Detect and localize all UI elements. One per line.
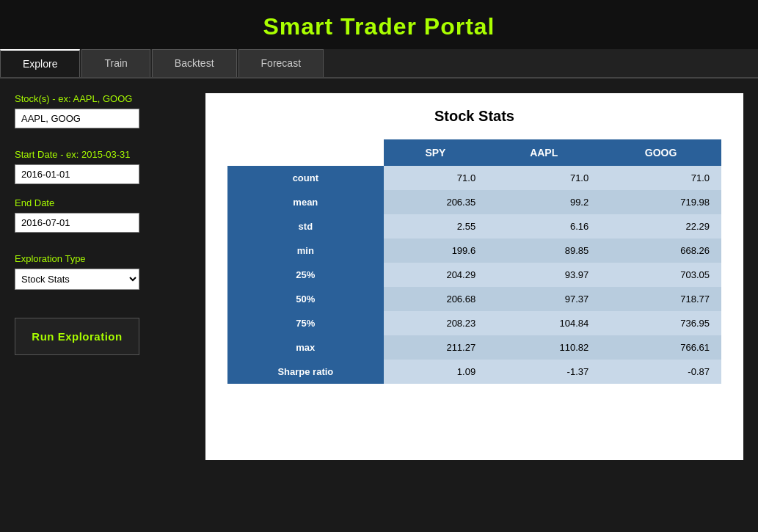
table-row: Sharpe ratio1.09-1.37-0.87 (227, 360, 721, 384)
col-header-spy: SPY (384, 139, 488, 166)
col-header-goog: GOOG (600, 139, 721, 166)
start-date-field-group: Start Date - ex: 2015-03-31 (15, 149, 191, 184)
row-label: count (227, 166, 384, 190)
row-value: 668.26 (600, 238, 721, 263)
row-value: 1.09 (384, 360, 488, 384)
row-value: 766.61 (600, 335, 721, 360)
row-value: 703.05 (600, 263, 721, 287)
stocks-input[interactable] (15, 109, 139, 128)
row-label: Sharpe ratio (227, 360, 384, 384)
row-label: min (227, 238, 384, 263)
row-label: 25% (227, 263, 384, 287)
nav-bar: Explore Train Backtest Forecast (0, 49, 758, 79)
row-label: 50% (227, 287, 384, 311)
row-value: 93.97 (487, 263, 600, 287)
row-value: 99.2 (487, 190, 600, 214)
table-row: 75%208.23104.84736.95 (227, 311, 721, 335)
row-value: 22.29 (600, 214, 721, 238)
stats-table: SPY AAPL GOOG count71.071.071.0mean206.3… (227, 139, 721, 384)
row-value: 71.0 (487, 166, 600, 190)
row-value: 104.84 (487, 311, 600, 335)
col-header-aapl: AAPL (487, 139, 600, 166)
app-title: Smart Trader Portal (0, 13, 758, 40)
main-content: Stock(s) - ex: AAPL, GOOG Start Date - e… (0, 79, 758, 475)
row-value: 206.35 (384, 190, 488, 214)
row-value: 199.6 (384, 238, 488, 263)
row-value: 206.68 (384, 287, 488, 311)
row-value: 6.16 (487, 214, 600, 238)
exploration-type-field-group: Exploration Type Stock Stats Correlation… (15, 253, 191, 290)
row-value: -0.87 (600, 360, 721, 384)
row-label: mean (227, 190, 384, 214)
row-value: 97.37 (487, 287, 600, 311)
right-panel: Stock Stats SPY AAPL GOOG count71.071.07… (205, 93, 743, 460)
table-row: 50%206.6897.37718.77 (227, 287, 721, 311)
row-value: -1.37 (487, 360, 600, 384)
row-label: std (227, 214, 384, 238)
tab-train[interactable]: Train (81, 49, 150, 77)
stocks-label: Stock(s) - ex: AAPL, GOOG (15, 93, 191, 104)
end-date-field-group: End Date (15, 197, 191, 233)
exploration-type-label: Exploration Type (15, 253, 191, 264)
row-value: 211.27 (384, 335, 488, 360)
header: Smart Trader Portal (0, 0, 758, 49)
table-row: min199.689.85668.26 (227, 238, 721, 263)
row-value: 204.29 (384, 263, 488, 287)
tab-forecast[interactable]: Forecast (238, 49, 324, 77)
tab-backtest[interactable]: Backtest (152, 49, 237, 77)
row-value: 736.95 (600, 311, 721, 335)
stats-title: Stock Stats (227, 108, 721, 125)
run-exploration-button[interactable]: Run Exploration (15, 318, 139, 355)
row-value: 110.82 (487, 335, 600, 360)
table-row: mean206.3599.2719.98 (227, 190, 721, 214)
end-date-label: End Date (15, 197, 191, 208)
table-row: count71.071.071.0 (227, 166, 721, 190)
row-value: 71.0 (600, 166, 721, 190)
end-date-input[interactable] (15, 213, 139, 233)
tab-explore[interactable]: Explore (0, 49, 80, 77)
exploration-type-select[interactable]: Stock Stats Correlation Returns (15, 269, 139, 290)
start-date-label: Start Date - ex: 2015-03-31 (15, 149, 191, 160)
table-row: 25%204.2993.97703.05 (227, 263, 721, 287)
row-label: max (227, 335, 384, 360)
row-label: 75% (227, 311, 384, 335)
row-value: 718.77 (600, 287, 721, 311)
row-value: 2.55 (384, 214, 488, 238)
table-row: std2.556.1622.29 (227, 214, 721, 238)
row-value: 71.0 (384, 166, 488, 190)
row-value: 719.98 (600, 190, 721, 214)
table-row: max211.27110.82766.61 (227, 335, 721, 360)
stocks-field-group: Stock(s) - ex: AAPL, GOOG (15, 93, 191, 128)
row-value: 89.85 (487, 238, 600, 263)
row-value: 208.23 (384, 311, 488, 335)
start-date-input[interactable] (15, 164, 139, 184)
left-panel: Stock(s) - ex: AAPL, GOOG Start Date - e… (15, 93, 191, 460)
